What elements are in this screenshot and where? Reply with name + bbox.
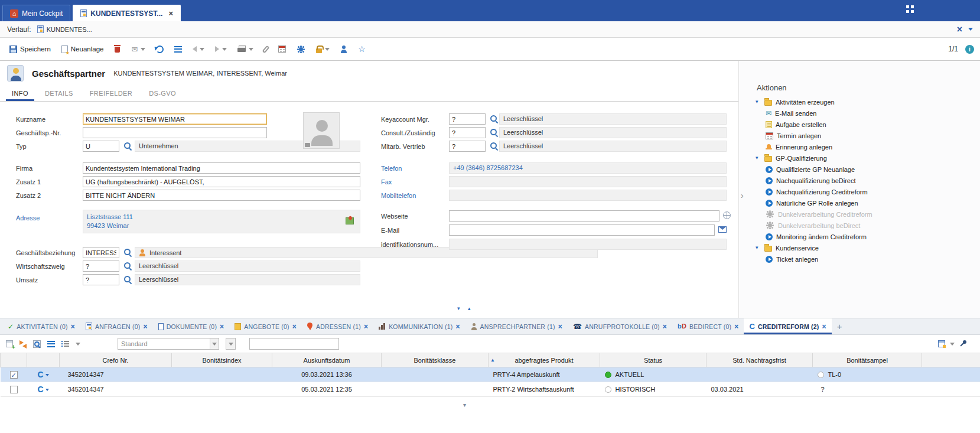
- view-options-button[interactable]: [226, 338, 236, 350]
- search-icon[interactable]: [123, 248, 132, 256]
- adresse-city-link[interactable]: 99423 Weimar: [87, 222, 356, 230]
- dropdown-caret-icon[interactable]: [325, 48, 330, 51]
- select-all-header[interactable]: [1, 353, 27, 367]
- action-item-termin-anlegen[interactable]: Termin anlegen: [756, 130, 978, 141]
- dropdown-caret-icon[interactable]: [141, 48, 145, 51]
- tab-bedirect[interactable]: bD BEDIRECT (0) ×: [672, 318, 744, 334]
- tab-ds-gvo[interactable]: DS-GVO: [141, 86, 184, 101]
- transfer-icon[interactable]: [19, 340, 27, 347]
- search-icon[interactable]: [123, 142, 132, 150]
- calendar-button[interactable]: [275, 43, 289, 55]
- fax-label[interactable]: Fax: [381, 178, 392, 185]
- apps-grid-icon[interactable]: [906, 5, 914, 13]
- geschaeftsp-nr-input[interactable]: [83, 127, 267, 138]
- creditreform-icon[interactable]: C: [37, 385, 43, 394]
- action-item-ticket-anlegen[interactable]: Ticket anlegen: [756, 253, 978, 265]
- chevron-down-icon[interactable]: ▾: [756, 99, 761, 105]
- tab-ansprechpartner[interactable]: ANSPRECHPARTNER (1) ×: [465, 318, 568, 334]
- print-button[interactable]: [234, 43, 257, 55]
- expand-form-icon[interactable]: ▴: [468, 306, 471, 311]
- close-tab-icon[interactable]: ×: [292, 323, 297, 330]
- table-add-icon[interactable]: [6, 340, 13, 347]
- view-select[interactable]: Standard: [118, 338, 219, 350]
- collapse-panel-icon[interactable]: ›: [741, 191, 744, 200]
- geschaeftsbeziehung-input[interactable]: [83, 247, 119, 258]
- webseite-input[interactable]: [449, 210, 719, 222]
- action-group-kundenservice[interactable]: ▾ Kundenservice: [756, 242, 978, 253]
- history-item[interactable]: KUNDENTES...: [37, 25, 92, 33]
- attachment-button[interactable]: [261, 43, 271, 56]
- mitarb-vertrieb-input[interactable]: [449, 141, 486, 152]
- creditreform-icon[interactable]: C: [37, 370, 43, 379]
- zusatz1-input[interactable]: [83, 176, 360, 187]
- add-contact-button[interactable]: [337, 43, 351, 56]
- column-settings-caret-icon[interactable]: [950, 343, 955, 346]
- settings-button[interactable]: [293, 43, 309, 56]
- close-history-icon[interactable]: ×: [957, 25, 962, 34]
- action-item-email-senden[interactable]: ✉ E-Mail senden: [756, 108, 978, 119]
- action-group-gp-qualifizierung[interactable]: ▾ GP-Qualifizierung: [756, 152, 978, 164]
- action-item-erinnerung-anlegen[interactable]: Erinnerung anlegen: [756, 141, 978, 152]
- col-header-auskunftsdatum[interactable]: Auskunftsdatum: [272, 353, 382, 367]
- list-view-caret-icon[interactable]: [76, 343, 80, 346]
- close-tab-icon[interactable]: ×: [364, 323, 368, 330]
- history-dropdown-icon[interactable]: [968, 28, 973, 31]
- refresh-button[interactable]: [152, 43, 167, 56]
- col-header-crefo-nr[interactable]: Crefo Nr.: [60, 353, 172, 367]
- search-icon[interactable]: [123, 262, 132, 270]
- table-search-icon[interactable]: [33, 340, 41, 348]
- tab-mein-cockpit[interactable]: Mein Cockpit: [2, 5, 70, 21]
- umsatz-input[interactable]: [83, 274, 119, 285]
- map-icon[interactable]: [346, 217, 354, 224]
- keyaccount-input[interactable]: [449, 113, 486, 125]
- tab-aktivitaeten[interactable]: ✓ AKTIVITÄTEN (0) ×: [2, 318, 80, 334]
- tab-anfragen[interactable]: ANFRAGEN (0) ×: [80, 318, 153, 334]
- adresse-label[interactable]: Adresse: [16, 214, 40, 222]
- search-icon[interactable]: [123, 275, 132, 284]
- row-menu-caret-icon[interactable]: [45, 389, 49, 391]
- col-header-abgefragtes-produkt[interactable]: ▲abgefragtes Produkt: [489, 353, 600, 367]
- search-icon[interactable]: [490, 142, 498, 150]
- tab-info[interactable]: INFO: [4, 86, 37, 101]
- kurzname-input[interactable]: [83, 113, 267, 125]
- close-tab-icon[interactable]: ×: [663, 323, 667, 330]
- consult-input[interactable]: [449, 127, 486, 138]
- row-menu-caret-icon[interactable]: [45, 374, 49, 376]
- dropdown-caret-icon[interactable]: [249, 48, 253, 51]
- pin-icon[interactable]: [959, 340, 967, 348]
- action-group-aktivitaeten-erzeugen[interactable]: ▾ Aktivitäten erzeugen: [756, 96, 978, 108]
- action-item-nachqualifizierung-creditreform[interactable]: Nachqualifizierung Creditreform: [756, 186, 978, 197]
- mobiltelefon-label[interactable]: Mobiltelefon: [381, 192, 416, 199]
- close-tab-icon[interactable]: ×: [71, 323, 75, 330]
- action-item-aufgabe-erstellen[interactable]: Aufgabe erstellen: [756, 119, 978, 130]
- dropdown-caret-icon[interactable]: [222, 48, 227, 51]
- close-tab-icon[interactable]: ×: [558, 323, 562, 330]
- close-tab-icon[interactable]: ×: [455, 323, 460, 330]
- row-checkbox[interactable]: [10, 386, 18, 393]
- search-icon[interactable]: [490, 128, 498, 136]
- zusatz2-input[interactable]: [83, 190, 360, 201]
- chevron-down-icon[interactable]: ▾: [756, 155, 761, 161]
- action-item-natuerliche-gp-rolle-anlegen[interactable]: Natürliche GP Rolle anlegen: [756, 197, 978, 209]
- email-input[interactable]: [449, 224, 715, 236]
- tab-anrufprotokolle[interactable]: ☎ ANRUFPROTOKOLLE (0) ×: [568, 318, 672, 334]
- typ-input[interactable]: [83, 141, 119, 152]
- telefon-value[interactable]: +49 (3646) 8725687234: [449, 162, 727, 174]
- action-item-monitoring-aendern-creditreform[interactable]: Monitoring ändern Creditreform: [756, 231, 978, 242]
- action-item-qualifizierte-gp-neuanlage[interactable]: Qualifizierte GP Neuanlage: [756, 164, 978, 175]
- photo-placeholder[interactable]: [303, 112, 340, 149]
- dropdown-caret-icon[interactable]: [200, 48, 204, 51]
- tab-creditreform[interactable]: C CREDITREFORM (2) ×: [744, 318, 831, 334]
- list-view-icon[interactable]: [61, 341, 69, 347]
- permissions-button[interactable]: [312, 43, 333, 56]
- adresse-street-link[interactable]: Lisztstrasse 111: [87, 213, 356, 222]
- telefon-label[interactable]: Telefon: [381, 165, 402, 172]
- close-tab-icon[interactable]: ×: [734, 323, 738, 330]
- col-header-bonitaetsklasse[interactable]: Bonitätsklasse: [382, 353, 489, 367]
- column-settings-icon[interactable]: [938, 340, 945, 347]
- save-button[interactable]: Speichern: [6, 43, 54, 56]
- wirtschaftszweig-input[interactable]: [83, 261, 119, 272]
- col-header-bonitaetsindex[interactable]: Bonitätsindex: [172, 353, 272, 367]
- forward-button[interactable]: [211, 44, 230, 54]
- close-tab-icon[interactable]: ×: [143, 323, 147, 330]
